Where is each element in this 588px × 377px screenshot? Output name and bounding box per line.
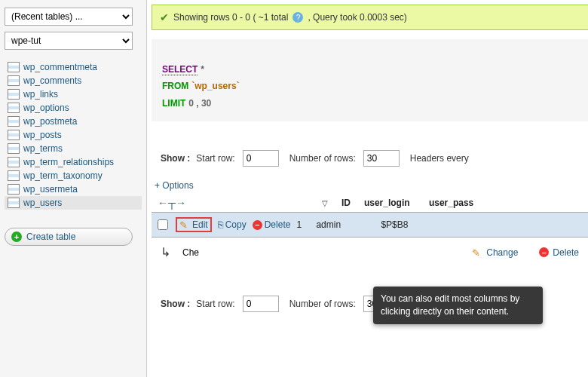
table-label: wp_commentmeta	[23, 62, 97, 72]
table-label: wp_users	[23, 198, 62, 208]
col-header-user-login[interactable]: user_login	[364, 198, 429, 208]
table-label: wp_term_relationships	[23, 157, 114, 167]
table-icon	[8, 116, 20, 127]
table-label: wp_terms	[23, 143, 63, 154]
sql-star: *	[201, 64, 204, 75]
tooltip-text: You can also edit most columns by clicki…	[381, 293, 519, 317]
cell-id[interactable]: 1	[296, 219, 316, 230]
delete-label-footer: Delete	[553, 247, 579, 258]
table-icon	[8, 75, 20, 86]
copy-icon: ⎘	[218, 219, 223, 230]
sql-table: `wp_users`	[191, 81, 239, 91]
check-all-label[interactable]: Che	[182, 247, 199, 258]
table-label: wp_usermeta	[23, 184, 78, 195]
show-row-top: Show : Start row: Number of rows: Header…	[152, 143, 588, 174]
sql-limit: LIMIT	[162, 98, 185, 109]
pencil-icon: ✎	[472, 247, 482, 258]
headers-every-label: Headers every	[410, 153, 469, 164]
table-label: wp_postmeta	[23, 116, 77, 127]
table-label: wp_options	[23, 103, 69, 113]
change-label: Change	[486, 247, 518, 258]
row-checkbox[interactable]	[158, 219, 168, 230]
table-icon	[8, 184, 20, 195]
pencil-icon: ✎	[179, 219, 190, 230]
check-icon: ✔	[160, 11, 169, 23]
sidebar: (Recent tables) ... wpe-tut wp_commentme…	[0, 0, 147, 377]
table-label: wp_term_taxonomy	[23, 170, 103, 181]
table-list: wp_commentmeta wp_comments wp_links wp_o…	[5, 60, 142, 210]
edit-button[interactable]: ✎ Edit	[176, 217, 212, 232]
delete-label: Delete	[265, 219, 291, 230]
status-bar: ✔ Showing rows 0 - 0 ( ~1 total ? , Quer…	[152, 5, 588, 30]
copy-button[interactable]: ⎘ Copy	[218, 219, 247, 230]
col-header-user-pass[interactable]: user_pass	[429, 198, 473, 208]
database-select[interactable]: wpe-tut	[5, 32, 133, 50]
edit-label: Edit	[192, 219, 208, 230]
table-icon	[8, 170, 20, 181]
table-icon	[8, 130, 20, 140]
table-icon	[8, 103, 20, 113]
sql-limit-vals: 0 , 30	[188, 98, 211, 109]
table-header: ←┬→ ▽ ID user_login user_pass	[152, 194, 588, 212]
create-table-button[interactable]: + Create table	[5, 228, 133, 246]
sidebar-item-wp-comments[interactable]: wp_comments	[5, 74, 142, 87]
sidebar-item-wp-term-taxonomy[interactable]: wp_term_taxonomy	[5, 169, 142, 182]
table-label: wp_links	[23, 89, 58, 100]
start-row-label-2: Start row:	[196, 299, 234, 309]
sql-query-box: SELECT * FROM `wp_users` LIMIT 0 , 30	[152, 39, 588, 121]
options-toggle[interactable]: + Options	[152, 174, 588, 194]
show-label: Show :	[161, 153, 190, 164]
sidebar-item-wp-usermeta[interactable]: wp_usermeta	[5, 182, 142, 196]
start-row-input-2[interactable]	[243, 296, 279, 312]
table-label: wp_posts	[23, 130, 62, 140]
show-label-2: Show :	[161, 299, 190, 309]
sort-icon[interactable]: ▽	[322, 199, 328, 207]
main-content: ✔ Showing rows 0 - 0 ( ~1 total ? , Quer…	[147, 0, 588, 377]
start-row-input[interactable]	[243, 150, 279, 167]
recent-tables-select[interactable]: (Recent tables) ...	[5, 8, 133, 26]
table-icon	[8, 62, 20, 72]
num-rows-label-2: Number of rows:	[289, 299, 356, 309]
status-text-2: , Query took 0.0003 sec)	[308, 12, 406, 23]
num-rows-label: Number of rows:	[289, 153, 356, 164]
table-label: wp_comments	[23, 75, 81, 86]
sidebar-item-wp-postmeta[interactable]: wp_postmeta	[5, 115, 142, 128]
change-button[interactable]: ✎ Change	[472, 247, 518, 258]
sidebar-item-wp-terms[interactable]: wp_terms	[5, 142, 142, 155]
num-rows-input[interactable]	[363, 150, 400, 167]
table-icon	[8, 198, 20, 208]
sidebar-item-wp-term-relationships[interactable]: wp_term_relationships	[5, 155, 142, 169]
footer-actions: ↳ Che ✎ Change – Delete	[152, 238, 588, 267]
cell-user-pass[interactable]: $P$B8	[381, 219, 408, 230]
sql-from: FROM	[162, 81, 188, 91]
table-icon	[8, 157, 20, 167]
table-icon	[8, 143, 20, 154]
column-arrows-icon[interactable]: ←┬→	[158, 197, 186, 209]
help-icon[interactable]: ?	[292, 12, 303, 23]
table-row: ✎ Edit ⎘ Copy – Delete 1 admin $P$B8	[152, 212, 588, 238]
table-icon	[8, 89, 20, 100]
copy-label: Copy	[225, 219, 247, 230]
delete-button-footer[interactable]: – Delete	[539, 247, 579, 258]
sidebar-item-wp-users[interactable]: wp_users	[5, 196, 142, 210]
corner-arrow-icon: ↳	[161, 245, 170, 259]
start-row-label: Start row:	[196, 153, 234, 164]
col-header-id[interactable]: ID	[341, 198, 364, 208]
sidebar-item-wp-posts[interactable]: wp_posts	[5, 128, 142, 142]
minus-icon: –	[539, 247, 549, 257]
create-table-label: Create table	[26, 231, 75, 242]
minus-icon: –	[253, 220, 262, 230]
cell-user-login[interactable]: admin	[316, 219, 381, 230]
sidebar-item-wp-options[interactable]: wp_options	[5, 101, 142, 115]
status-text-1: Showing rows 0 - 0 ( ~1 total	[173, 12, 288, 23]
sidebar-item-wp-commentmeta[interactable]: wp_commentmeta	[5, 60, 142, 74]
sidebar-item-wp-links[interactable]: wp_links	[5, 87, 142, 101]
sql-select: SELECT	[162, 64, 198, 75]
delete-button[interactable]: – Delete	[253, 219, 291, 230]
tooltip: You can also edit most columns by clicki…	[373, 287, 543, 324]
add-icon: +	[11, 231, 22, 242]
